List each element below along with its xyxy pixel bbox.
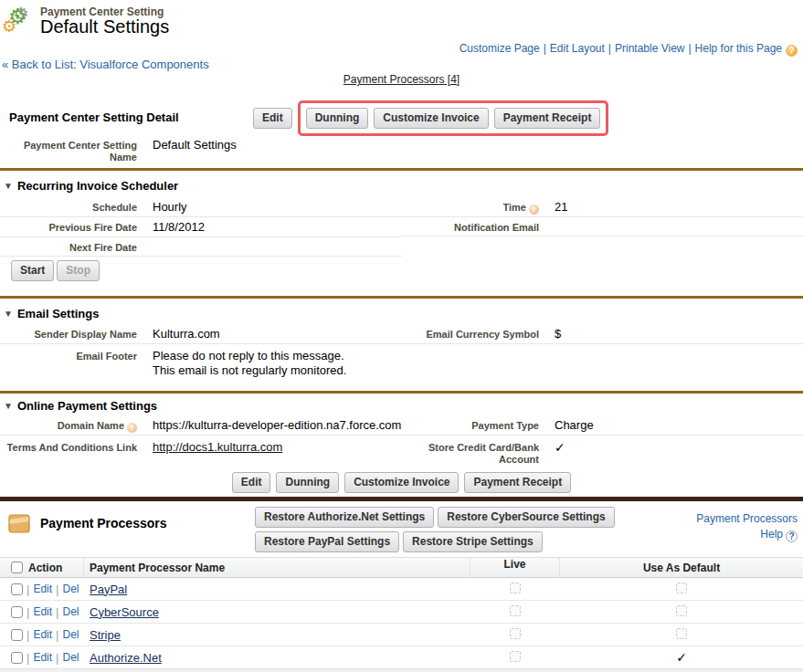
pipe-separator: |: [56, 605, 58, 619]
restore-stripe-button[interactable]: Restore Stripe Settings: [403, 531, 543, 552]
processor-name-link[interactable]: CyberSource: [90, 605, 159, 619]
field-row-email-currency-symbol: Email Currency Symbol $: [402, 324, 803, 344]
field-row-sender-display-name: Sender Display Name Kulturra.com: [0, 324, 402, 344]
customize-invoice-button[interactable]: Customize Invoice: [344, 472, 459, 493]
field-row-schedule: Schedule Hourly: [0, 197, 402, 217]
scheduler-section-header: ▼Recurring Invoice Scheduler: [4, 179, 178, 193]
restore-paypal-button[interactable]: Restore PayPal Settings: [255, 531, 399, 552]
restore-cybersource-button[interactable]: Restore CyberSource Settings: [438, 507, 614, 528]
row-action-cell: |Edit|Del: [0, 628, 84, 642]
payment-receipt-button[interactable]: Payment Receipt: [464, 472, 571, 493]
select-all-checkbox[interactable]: [11, 562, 23, 573]
back-to-list-link[interactable]: « Back to List: Visualforce Components: [2, 58, 209, 71]
help-icon[interactable]: ?: [786, 45, 798, 57]
processor-name-cell: Stripe: [84, 628, 470, 642]
field-label: Notification Email: [402, 217, 539, 234]
dunning-button[interactable]: Dunning: [306, 108, 369, 129]
use-as-default-cell: [560, 583, 803, 596]
help-icon[interactable]: ?: [529, 205, 539, 215]
start-button[interactable]: Start: [11, 260, 54, 281]
row-action-cell: |Edit|Del: [0, 583, 84, 596]
customize-invoice-button[interactable]: Customize Invoice: [374, 108, 488, 129]
live-cell: [470, 651, 560, 665]
live-cell: [470, 628, 560, 642]
help-question-icon[interactable]: ?: [786, 530, 798, 542]
restore-authorizenet-button[interactable]: Restore Authorize.Net Settings: [255, 507, 434, 528]
edit-button[interactable]: Edit: [232, 472, 271, 493]
link-separator: |: [688, 42, 691, 55]
disabled-checkbox-icon: [510, 651, 521, 662]
collapse-arrow-icon[interactable]: ▼: [4, 401, 13, 411]
row-checkbox[interactable]: [11, 606, 23, 618]
link-separator: |: [608, 42, 611, 55]
field-label: Schedule: [0, 197, 137, 214]
related-list-title: Payment Processors: [40, 516, 167, 530]
pipe-separator: |: [26, 605, 29, 619]
page-action-links: Customize Page|Edit Layout|Printable Vie…: [460, 42, 798, 57]
bottom-button-row: Edit Dunning Customize Invoice Payment R…: [0, 472, 803, 493]
field-label: Email Footer: [0, 346, 137, 362]
edit-link[interactable]: Edit: [33, 583, 52, 595]
use-as-default-column-header: Use As Default: [560, 562, 803, 574]
dunning-button[interactable]: Dunning: [276, 472, 339, 493]
row-action-cell: |Edit|Del: [0, 651, 84, 665]
live-cell: [470, 605, 560, 619]
payment-receipt-button[interactable]: Payment Receipt: [494, 108, 601, 129]
field-row-store-account: Store Credit Card/Bank Account ✓: [402, 437, 803, 466]
field-label: Next Fire Date: [0, 237, 137, 254]
section-divider: [0, 296, 803, 299]
printable-view-link[interactable]: Printable View: [615, 42, 685, 55]
terms-and-conditions-link[interactable]: http://docs1.kulturra.com: [153, 440, 282, 454]
disabled-checkbox-icon: [676, 628, 687, 639]
disabled-checkbox-icon: [676, 583, 687, 593]
customize-page-link[interactable]: Customize Page: [460, 42, 540, 55]
edit-link[interactable]: Edit: [33, 628, 52, 641]
processor-name-link[interactable]: Stripe: [90, 628, 121, 642]
field-value: Please do not reply to this message. Thi…: [137, 346, 346, 380]
collapse-arrow-icon[interactable]: ▼: [4, 181, 13, 191]
gear-orange-icon: ⚙: [2, 18, 16, 35]
section-title: Recurring Invoice Scheduler: [17, 179, 178, 193]
payment-processors-shortcut-link[interactable]: Payment Processors [4]: [343, 73, 460, 86]
collapse-arrow-icon[interactable]: ▼: [4, 309, 13, 319]
email-footer-line: This email is not regularly monitored.: [153, 363, 346, 378]
section-title: Email Settings: [17, 307, 100, 320]
processor-name-link[interactable]: PayPal: [90, 583, 127, 596]
field-row-name: Payment Center Setting Name Default Sett…: [0, 135, 402, 163]
help-icon[interactable]: ?: [127, 423, 137, 433]
field-value: https://kulturra-developer-edition.na7.f…: [137, 415, 401, 435]
del-link[interactable]: Del: [62, 651, 79, 664]
field-row-payment-type: Payment Type Charge: [402, 415, 803, 436]
live-cell: [470, 583, 560, 596]
del-link[interactable]: Del: [62, 628, 79, 641]
field-value: Charge: [539, 415, 594, 435]
field-value: Default Settings: [137, 135, 237, 154]
row-checkbox[interactable]: [11, 652, 23, 664]
edit-link[interactable]: Edit: [33, 651, 52, 664]
row-checkbox[interactable]: [11, 629, 23, 641]
pipe-separator: |: [56, 651, 58, 665]
del-link[interactable]: Del: [62, 583, 79, 595]
field-row-next-fire-date: Next Fire Date: [0, 237, 402, 257]
field-label: Payment Center Setting Name: [0, 135, 137, 163]
edit-button[interactable]: Edit: [253, 108, 292, 129]
help-for-page-link[interactable]: Help for this Page: [695, 42, 782, 55]
payment-processors-link[interactable]: Payment Processors: [696, 512, 798, 525]
table-header-row: Action Payment Processor Name Live Use A…: [0, 557, 803, 578]
edit-link[interactable]: Edit: [33, 605, 52, 618]
field-row-domain-name: Domain Name? https://kulturra-developer-…: [0, 415, 402, 436]
disabled-checkbox-icon: [676, 605, 687, 616]
edit-layout-link[interactable]: Edit Layout: [550, 42, 605, 55]
header-action-cell: Action: [0, 558, 84, 577]
section-divider: [0, 168, 803, 171]
field-value: [539, 217, 555, 222]
table-row: |Edit|Del Authorize.Net ✓: [0, 646, 803, 669]
field-label: Time?: [402, 197, 539, 215]
pipe-separator: |: [56, 628, 58, 642]
processor-name-link[interactable]: Authorize.Net: [90, 651, 162, 665]
processor-name-cell: CyberSource: [84, 605, 470, 619]
help-link[interactable]: Help: [760, 528, 783, 541]
row-checkbox[interactable]: [11, 583, 23, 595]
del-link[interactable]: Del: [62, 605, 79, 618]
processor-name-cell: Authorize.Net: [84, 651, 470, 665]
